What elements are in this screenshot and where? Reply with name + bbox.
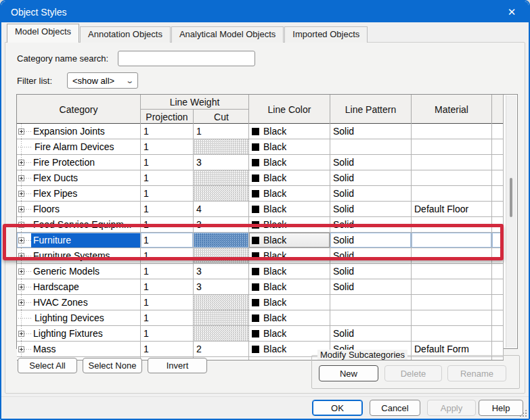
cut-cell[interactable]: 4	[194, 202, 249, 216]
expand-plus-icon[interactable]	[18, 253, 24, 259]
line-color-cell[interactable]: Black	[249, 202, 330, 216]
category-cell[interactable]: Flex Ducts	[17, 170, 141, 185]
line-pattern-cell[interactable]: Solid	[330, 264, 412, 279]
projection-cell[interactable]: 1	[141, 342, 194, 356]
line-pattern-cell[interactable]: Solid	[330, 233, 412, 248]
category-cell[interactable]: HVAC Zones	[17, 295, 141, 310]
line-color-cell[interactable]: Black	[249, 310, 330, 325]
expand-plus-icon[interactable]	[18, 129, 24, 135]
material-cell[interactable]	[412, 124, 492, 139]
category-cell[interactable]: Furniture	[17, 233, 141, 248]
line-pattern-cell[interactable]: Solid	[330, 326, 412, 341]
line-pattern-cell[interactable]	[330, 139, 412, 154]
projection-cell[interactable]: 1	[141, 326, 194, 341]
category-cell[interactable]: Lighting Fixtures	[17, 326, 141, 341]
line-pattern-cell[interactable]: Solid	[330, 186, 412, 201]
filter-list-dropdown[interactable]: <show all> ⌄	[67, 72, 138, 89]
line-pattern-cell[interactable]: Solid	[330, 124, 412, 139]
material-cell[interactable]	[412, 310, 492, 325]
line-color-cell[interactable]: Black	[249, 139, 330, 154]
material-cell[interactable]	[412, 139, 492, 154]
category-cell[interactable]: Fire Alarm Devices	[17, 139, 141, 154]
category-cell[interactable]: Generic Models	[17, 264, 141, 279]
projection-cell[interactable]: 1	[141, 170, 194, 185]
header-category[interactable]: Category	[17, 95, 141, 124]
tab-annotation-objects[interactable]: Annotation Objects	[80, 26, 171, 43]
material-cell[interactable]: Default Form	[412, 342, 492, 356]
header-cut[interactable]: Cut	[194, 110, 249, 124]
category-cell[interactable]: Mass	[17, 342, 141, 356]
line-color-cell[interactable]: Black	[249, 264, 330, 279]
header-line-pattern[interactable]: Line Pattern	[330, 95, 412, 124]
line-pattern-cell[interactable]: Solid	[330, 248, 412, 263]
select-all-button[interactable]: Select All	[18, 358, 77, 373]
header-projection[interactable]: Projection	[141, 110, 194, 124]
line-color-cell[interactable]: Black	[249, 124, 330, 139]
material-cell[interactable]	[412, 279, 492, 294]
line-pattern-cell[interactable]	[330, 310, 412, 325]
line-pattern-cell[interactable]: Solid	[330, 155, 412, 170]
projection-cell[interactable]: 1	[141, 186, 194, 201]
cut-cell[interactable]: 3	[194, 155, 249, 170]
line-color-cell[interactable]: Black	[249, 326, 330, 341]
tab-model-objects[interactable]: Model Objects	[7, 24, 79, 43]
line-color-cell[interactable]: Black	[249, 295, 330, 310]
material-cell[interactable]	[412, 186, 492, 201]
table-row-flex-pipes[interactable]: Flex Pipes1BlackSolid	[17, 186, 504, 202]
table-row-furniture-systems[interactable]: Furniture Systems1BlackSolid	[17, 248, 504, 264]
line-color-cell[interactable]: Black	[249, 155, 330, 170]
expand-plus-icon[interactable]	[18, 284, 24, 290]
line-color-cell[interactable]: Black	[249, 170, 330, 185]
cut-cell[interactable]: 3	[194, 217, 249, 232]
category-cell[interactable]: Expansion Joints	[17, 124, 141, 139]
table-row-fire-protection[interactable]: Fire Protection13BlackSolid	[17, 155, 504, 170]
line-pattern-cell[interactable]: Solid	[330, 217, 412, 232]
projection-cell[interactable]: 1	[141, 217, 194, 232]
material-cell[interactable]	[412, 326, 492, 341]
material-cell[interactable]	[412, 248, 492, 263]
category-cell[interactable]: Hardscape	[17, 279, 141, 294]
line-color-cell[interactable]: Black	[249, 186, 330, 201]
projection-cell[interactable]: 1	[141, 248, 194, 263]
category-cell[interactable]: Floors	[17, 202, 141, 216]
line-color-cell[interactable]: Black	[249, 248, 330, 263]
select-none-button[interactable]: Select None	[83, 358, 142, 373]
help-button[interactable]: Help	[479, 400, 523, 416]
tab-analytical-model-objects[interactable]: Analytical Model Objects	[171, 26, 284, 43]
category-cell[interactable]: Furniture Systems	[17, 248, 141, 263]
expand-plus-icon[interactable]	[18, 237, 24, 243]
material-cell[interactable]	[412, 295, 492, 310]
projection-cell[interactable]: 1	[141, 310, 194, 325]
projection-cell[interactable]: 1	[141, 139, 194, 154]
table-row-food-service-equipm[interactable]: Food Service Equipm...13BlackSolid	[17, 217, 504, 233]
projection-cell[interactable]: 1	[141, 264, 194, 279]
cut-cell[interactable]: 3	[194, 264, 249, 279]
category-search-input[interactable]	[118, 51, 255, 66]
category-cell[interactable]: Lighting Devices	[17, 310, 141, 325]
projection-cell[interactable]: 1	[141, 295, 194, 310]
expand-plus-icon[interactable]	[18, 331, 24, 337]
header-line-color[interactable]: Line Color	[249, 95, 330, 124]
table-row-lighting-devices[interactable]: Lighting Devices1Black	[17, 310, 504, 326]
line-color-cell[interactable]: Black	[249, 217, 330, 232]
projection-cell[interactable]: 1	[141, 202, 194, 216]
projection-cell[interactable]: 1	[141, 155, 194, 170]
table-row-hardscape[interactable]: Hardscape13BlackSolid	[17, 279, 504, 295]
header-line-weight-group[interactable]: Line Weight Projection Cut	[141, 95, 249, 124]
expand-plus-icon[interactable]	[18, 175, 24, 181]
invert-button[interactable]: Invert	[148, 358, 207, 373]
vertical-scrollbar[interactable]	[506, 95, 516, 348]
table-row-flex-ducts[interactable]: Flex Ducts1BlackSolid	[17, 170, 504, 186]
projection-cell[interactable]: 1	[141, 233, 194, 248]
expand-plus-icon[interactable]	[18, 346, 24, 352]
table-row-lighting-fixtures[interactable]: Lighting Fixtures1BlackSolid	[17, 326, 504, 342]
expand-plus-icon[interactable]	[18, 160, 24, 166]
close-icon[interactable]: ✕	[499, 3, 525, 20]
cancel-button[interactable]: Cancel	[370, 400, 420, 416]
cut-cell[interactable]: 1	[194, 124, 249, 139]
ok-button[interactable]: OK	[312, 400, 363, 416]
table-row-floors[interactable]: Floors14BlackSolidDefault Floor	[17, 202, 504, 217]
projection-cell[interactable]: 1	[141, 279, 194, 294]
category-cell[interactable]: Fire Protection	[17, 155, 141, 170]
material-cell[interactable]	[412, 264, 492, 279]
